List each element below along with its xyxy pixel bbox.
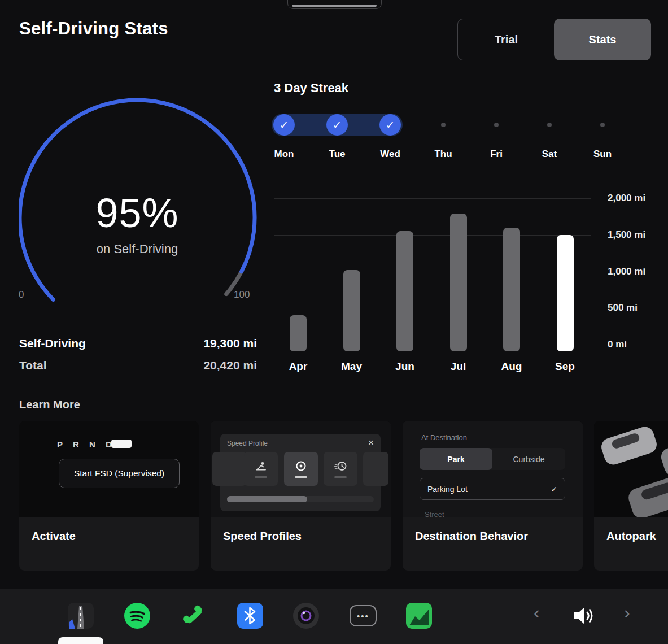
parked-cars-image xyxy=(594,421,668,517)
check-icon: ✓ xyxy=(551,485,557,494)
start-fsd-button: Start FSD (Supervised) xyxy=(59,459,180,488)
streak-check-icon: ✓ xyxy=(326,114,348,136)
card-speed-profiles[interactable]: Speed Profile × xyxy=(211,421,391,571)
speed-tile-bar xyxy=(255,476,267,478)
chart-bar-may xyxy=(343,270,360,351)
card-destination-thumb: At Destination Park Curbside Parking Lot… xyxy=(403,421,583,517)
speed-slider-track xyxy=(227,496,374,502)
streak-day-label: Tue xyxy=(317,149,357,160)
chart-bar-apr xyxy=(290,315,307,351)
more-apps-icon[interactable]: ••• xyxy=(350,605,377,626)
chart-gridline xyxy=(274,198,591,199)
streak-day-label: Sun xyxy=(583,149,622,160)
volume-icon[interactable] xyxy=(571,604,597,630)
dropdown-value: Parking Lot xyxy=(427,485,468,494)
streak-check-icon: ✓ xyxy=(273,114,295,136)
gauge-min-label: 0 xyxy=(19,289,24,301)
dock: ••• ‹ › xyxy=(0,589,668,644)
media-prev-icon[interactable]: ‹ xyxy=(534,603,540,621)
speed-tile-chill xyxy=(244,452,278,486)
streak-dot xyxy=(600,123,605,127)
gauge-center: 95% on Self-Driving xyxy=(36,190,239,256)
chart-gridline xyxy=(274,235,591,236)
streak-day-label: Fri xyxy=(477,149,516,160)
streak-days: ✓Mon✓Tue✓WedThuFriSatSun xyxy=(273,113,635,164)
media-next-icon[interactable]: › xyxy=(624,603,630,621)
chart-month-label: Jul xyxy=(436,360,481,373)
charts-app-icon[interactable] xyxy=(406,603,432,629)
spotify-icon[interactable] xyxy=(124,603,150,629)
card-autopark[interactable]: Autopark xyxy=(594,421,668,571)
chart-bar-jul xyxy=(450,214,467,351)
chart-ytick-label: 1,000 mi xyxy=(608,266,645,277)
streak-day-label: Thu xyxy=(423,149,463,160)
chart-month-label: Sep xyxy=(543,360,588,373)
speed-tile-bar xyxy=(334,476,347,478)
standard-icon xyxy=(294,460,308,473)
chart-bar-sep xyxy=(557,235,574,351)
card-label: Speed Profiles xyxy=(223,530,302,543)
streak-day-label: Sat xyxy=(530,149,569,160)
segment-curbside: Curbside xyxy=(492,448,565,470)
streak-day-label: Mon xyxy=(264,149,304,160)
mileage-label: Self-Driving xyxy=(19,337,86,350)
navigation-icon[interactable] xyxy=(68,603,94,629)
chart-gridline xyxy=(274,345,591,345)
chart-bar-aug xyxy=(503,228,520,351)
dashcam-icon[interactable] xyxy=(293,603,319,629)
chart-month-label: Jun xyxy=(382,360,427,373)
chill-icon xyxy=(254,460,268,473)
toggle-stats[interactable]: Stats xyxy=(554,19,651,60)
speed-tile-standard xyxy=(284,452,318,486)
chart-ylabels: 2,000 mi1,500 mi1,000 mi500 mi0 mi xyxy=(608,192,664,356)
phone-icon[interactable] xyxy=(181,603,207,629)
streak-day-label: Wed xyxy=(370,149,410,160)
streak-dot xyxy=(441,123,446,127)
chart-month-label: Apr xyxy=(276,360,321,373)
chart-ytick-label: 1,500 mi xyxy=(608,229,645,241)
card-label: Activate xyxy=(32,530,76,543)
destination-segmented-control: Park Curbside xyxy=(420,448,565,470)
close-icon: × xyxy=(368,437,374,449)
bar-chart-plot: AprMayJunJulAugSep xyxy=(274,192,591,384)
card-speed-thumb: Speed Profile × xyxy=(211,421,391,517)
battery-icon xyxy=(111,440,132,448)
chart-month-label: Aug xyxy=(489,360,534,373)
mileage-row-self-driving: Self-Driving 19,300 mi xyxy=(19,337,257,350)
card-label: Destination Behavior xyxy=(415,530,528,543)
card-destination-behavior[interactable]: At Destination Park Curbside Parking Lot… xyxy=(403,421,583,571)
gear-selector: P R N D xyxy=(57,440,116,449)
bottom-indicator-pill xyxy=(58,637,103,644)
speed-tile-partial-left xyxy=(212,452,246,486)
toggle-trial[interactable]: Trial xyxy=(458,19,555,60)
chart-ytick-label: 500 mi xyxy=(608,302,638,314)
mileage-value: 20,420 mi xyxy=(203,359,257,372)
view-toggle: Trial Stats xyxy=(457,19,650,60)
page-title: Self-Driving Stats xyxy=(19,19,168,39)
card-label: Autopark xyxy=(606,530,656,543)
gauge-percent: 95% xyxy=(36,190,239,236)
card-autopark-thumb xyxy=(594,421,668,517)
chart-month-label: May xyxy=(329,360,374,373)
bluetooth-icon[interactable] xyxy=(237,603,263,629)
chart-ytick-label: 2,000 mi xyxy=(608,193,645,204)
gauge-sublabel: on Self-Driving xyxy=(36,242,239,256)
parking-dropdown: Parking Lot ✓ xyxy=(420,478,565,500)
streak-check-icon: ✓ xyxy=(379,114,401,136)
chart-ytick-label: 0 mi xyxy=(608,339,627,350)
gauge-max-label: 100 xyxy=(234,289,250,301)
speed-panel-title: Speed Profile xyxy=(227,440,268,447)
card-activate[interactable]: P R N D Start FSD (Supervised) Activate xyxy=(19,421,199,571)
drag-handle-bar[interactable] xyxy=(292,5,377,7)
chart-bar-jun xyxy=(396,231,413,351)
chart-gridline xyxy=(274,272,591,272)
streak-dot xyxy=(547,123,552,127)
speed-tile-partial-right xyxy=(363,452,388,486)
streak-dot xyxy=(494,123,499,127)
streak-title: 3 Day Streak xyxy=(274,81,348,95)
speed-tile-bar xyxy=(295,476,307,478)
at-destination-label: At Destination xyxy=(421,433,467,442)
mileage-stats: Self-Driving 19,300 mi Total 20,420 mi xyxy=(19,337,257,381)
speed-slider-fill xyxy=(227,496,307,502)
mileage-label: Total xyxy=(19,359,47,372)
